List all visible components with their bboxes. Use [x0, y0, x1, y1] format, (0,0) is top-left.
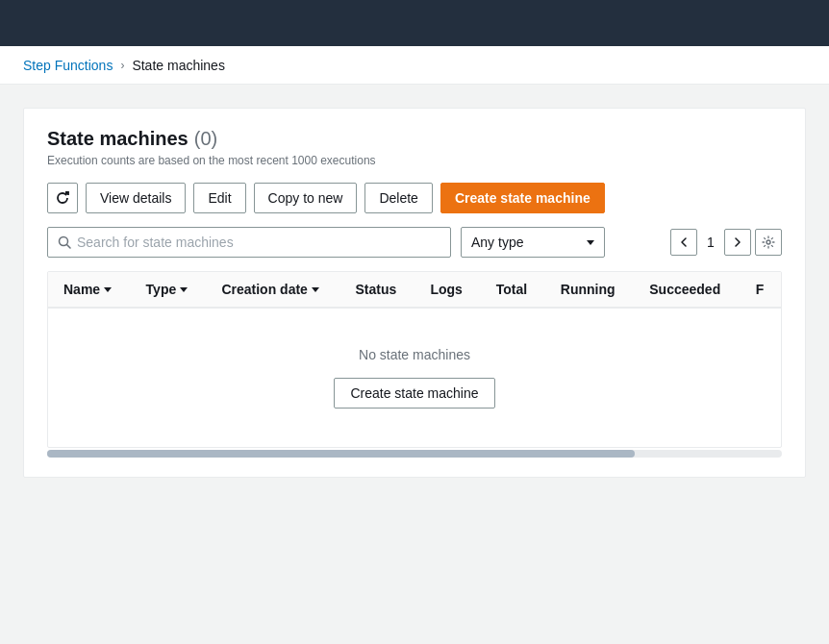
horizontal-scrollbar-thumb[interactable]	[47, 450, 635, 458]
state-machines-panel: State machines (0) Execution counts are …	[23, 108, 806, 478]
refresh-button[interactable]	[47, 183, 78, 213]
chevron-down-icon	[587, 240, 594, 245]
next-page-button[interactable]	[724, 229, 751, 256]
col-header-total: Total	[481, 272, 545, 308]
refresh-icon	[56, 191, 69, 205]
type-filter-select[interactable]: Any type	[461, 227, 605, 258]
col-creation-date-sort-icon	[312, 287, 319, 292]
col-header-status-label: Status	[356, 282, 397, 297]
gear-icon	[762, 235, 775, 249]
col-header-status: Status	[340, 272, 415, 308]
empty-state-row: No state machines Create state machine	[48, 308, 781, 447]
svg-line-1	[67, 245, 71, 249]
copy-to-new-button[interactable]: Copy to new	[254, 183, 358, 213]
current-page-number: 1	[701, 235, 720, 250]
state-machines-table: Name Type Creation dat	[48, 272, 781, 447]
breadcrumb-bar: Step Functions › State machines	[0, 46, 829, 85]
main-content: State machines (0) Execution counts are …	[0, 85, 829, 644]
panel-title-row: State machines (0)	[47, 128, 782, 150]
delete-button[interactable]: Delete	[364, 183, 432, 213]
col-name-sort-icon	[104, 287, 112, 292]
col-header-name-label: Name	[63, 282, 100, 297]
search-wrapper	[47, 227, 451, 258]
panel-count: (0)	[194, 128, 217, 150]
col-header-failed-label: F	[756, 282, 765, 297]
search-input[interactable]	[77, 235, 440, 250]
col-header-type-label: Type	[146, 282, 177, 297]
horizontal-scrollbar-track[interactable]	[47, 450, 782, 458]
empty-create-state-machine-button[interactable]: Create state machine	[334, 378, 494, 409]
col-header-running-label: Running	[561, 282, 615, 297]
breadcrumb-step-functions-link[interactable]: Step Functions	[23, 58, 113, 73]
prev-page-icon	[681, 237, 687, 247]
state-machines-table-container: Name Type Creation dat	[47, 271, 782, 448]
panel-title: State machines	[47, 128, 188, 150]
col-header-creation-date[interactable]: Creation date	[206, 272, 339, 308]
panel-subtitle: Execution counts are based on the most r…	[47, 154, 782, 167]
col-type-sort-icon	[180, 287, 188, 292]
search-filter-row: Any type 1	[47, 227, 782, 258]
toolbar: View details Edit Copy to new Delete Cre…	[47, 183, 782, 213]
prev-page-button[interactable]	[670, 229, 697, 256]
next-page-icon	[735, 237, 741, 247]
col-header-name[interactable]: Name	[48, 272, 131, 308]
empty-state-message: No state machines	[359, 347, 470, 362]
col-header-logs-label: Logs	[430, 282, 462, 297]
table-header-row: Name Type Creation dat	[48, 272, 781, 308]
breadcrumb-current: State machines	[132, 58, 225, 73]
empty-state: No state machines Create state machine	[48, 309, 781, 447]
edit-button[interactable]: Edit	[193, 183, 245, 213]
svg-point-2	[766, 240, 770, 244]
pagination-area: 1	[670, 229, 782, 256]
table-settings-button[interactable]	[755, 229, 782, 256]
top-nav	[0, 0, 829, 46]
search-icon	[58, 235, 71, 249]
type-filter-label: Any type	[471, 235, 583, 250]
col-header-type[interactable]: Type	[131, 272, 207, 308]
col-header-logs: Logs	[414, 272, 480, 308]
create-state-machine-button[interactable]: Create state machine	[440, 183, 605, 213]
col-header-succeeded: Succeeded	[634, 272, 740, 308]
col-header-failed: F	[741, 272, 781, 308]
breadcrumb-separator: ›	[120, 59, 124, 72]
col-header-creation-date-label: Creation date	[221, 282, 307, 297]
col-header-succeeded-label: Succeeded	[649, 282, 720, 297]
col-header-running: Running	[545, 272, 635, 308]
view-details-button[interactable]: View details	[86, 183, 186, 213]
col-header-total-label: Total	[496, 282, 527, 297]
